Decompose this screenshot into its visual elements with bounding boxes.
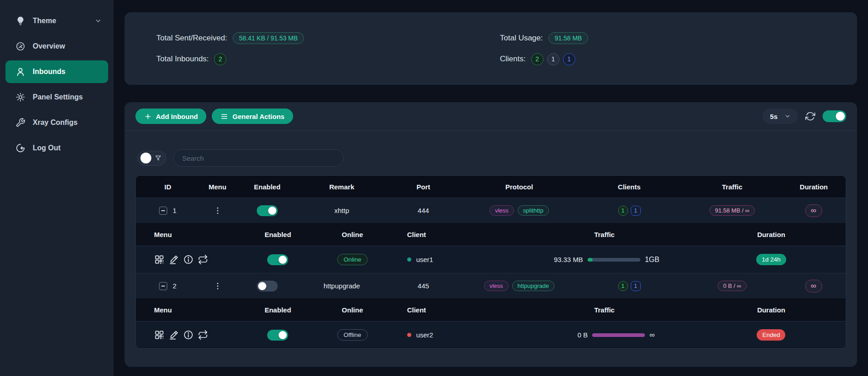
sidebar-item-label: Xray Configs — [33, 119, 78, 127]
client-name: user1 — [416, 256, 434, 263]
reset-traffic-icon[interactable] — [198, 254, 208, 265]
app-root: Theme Overview Inbounds Panel Settings — [0, 0, 868, 376]
row-menu-icon[interactable] — [213, 206, 222, 215]
stat-label: Clients: — [500, 54, 526, 64]
inbound-remark: xhttp — [299, 207, 384, 214]
stats-card: Total Sent/Received: 58.41 KB / 91.53 MB… — [125, 12, 857, 85]
sidebar-item-label: Inbounds — [33, 68, 65, 76]
col-header-id: ID — [136, 183, 200, 191]
col-header-online: Online — [320, 306, 384, 314]
plus-icon — [144, 113, 152, 120]
col-header-duration: Duration — [697, 306, 846, 314]
traffic-badge: 0 B / ∞ — [718, 281, 747, 291]
col-header-enabled: Enabled — [235, 183, 299, 191]
client-row: Online user1 93.33 MB 1GB 1d 24h — [136, 246, 846, 273]
gear-icon — [15, 92, 25, 102]
stat-label: Total Usage: — [500, 34, 543, 43]
search-row — [125, 131, 857, 175]
duration-badge: ∞ — [805, 204, 822, 217]
edit-icon[interactable] — [169, 254, 179, 265]
sidebar-item-overview[interactable]: Overview — [5, 35, 108, 58]
inbound-enabled-toggle[interactable] — [257, 205, 278, 216]
client-enabled-toggle[interactable] — [267, 330, 288, 341]
toolbar: Add Inbound General Actions 5s — [125, 102, 857, 130]
stat-value-badge: 58.41 KB / 91.53 MB — [233, 32, 304, 44]
online-status-badge: Online — [337, 254, 368, 265]
client-duration-badge: Ended — [757, 329, 785, 341]
logout-icon — [15, 143, 25, 153]
stat-label: Total Sent/Received: — [156, 34, 227, 43]
bulb-icon — [15, 16, 25, 26]
col-header-online: Online — [320, 231, 384, 238]
add-inbound-label: Add Inbound — [156, 113, 198, 120]
sidebar-item-inbounds[interactable]: Inbounds — [5, 60, 108, 83]
col-header-remark: Remark — [299, 183, 384, 191]
auto-refresh-toggle[interactable] — [823, 110, 846, 122]
traffic-badge: 91.58 MB / ∞ — [709, 205, 755, 216]
inbounds-count-badge: 2 — [214, 53, 226, 65]
client-name: user2 — [416, 331, 434, 339]
col-header-menu: Menu — [136, 231, 235, 238]
collapse-row-icon[interactable] — [159, 207, 167, 215]
edit-icon[interactable] — [169, 330, 179, 340]
col-header-client: Client — [384, 231, 512, 238]
inbound-port: 444 — [384, 207, 463, 214]
client-header-row: Menu Enabled Online Client Traffic Durat… — [136, 223, 846, 246]
col-header-enabled: Enabled — [235, 306, 320, 314]
refresh-interval-value: 5s — [770, 113, 778, 120]
filter-toggle[interactable] — [137, 151, 166, 166]
main-content: Total Sent/Received: 58.41 KB / 91.53 MB… — [114, 0, 868, 376]
sidebar: Theme Overview Inbounds Panel Settings — [0, 0, 114, 376]
user-icon — [15, 67, 25, 77]
traffic-used: 93.33 MB — [549, 256, 583, 263]
sidebar-item-label: Overview — [33, 42, 65, 50]
stat-total-inbounds: Total Inbounds: 2 — [156, 53, 482, 65]
qrcode-icon[interactable] — [154, 330, 165, 340]
row-menu-icon[interactable] — [213, 282, 222, 291]
sidebar-item-theme[interactable]: Theme — [5, 10, 108, 32]
traffic-progress-bar — [588, 258, 640, 262]
refresh-interval-select[interactable]: 5s — [763, 109, 798, 124]
refresh-icon[interactable] — [805, 111, 815, 121]
client-count-badge: 1 — [618, 206, 628, 216]
client-subtable: Menu Enabled Online Client Traffic Durat… — [136, 223, 846, 273]
col-header-duration: Duration — [782, 183, 846, 191]
client-enabled-toggle[interactable] — [267, 254, 288, 265]
sidebar-item-panel-settings[interactable]: Panel Settings — [5, 86, 108, 109]
col-header-menu: Menu — [200, 183, 235, 191]
add-inbound-button[interactable]: Add Inbound — [135, 109, 206, 124]
col-header-port: Port — [384, 183, 463, 191]
reset-traffic-icon[interactable] — [198, 330, 208, 340]
col-header-duration: Duration — [697, 231, 846, 238]
collapse-row-icon[interactable] — [159, 282, 167, 290]
qrcode-icon[interactable] — [154, 254, 165, 265]
col-header-enabled: Enabled — [235, 231, 320, 238]
sidebar-item-xray-configs[interactable]: Xray Configs — [5, 111, 108, 134]
col-header-protocol: Protocol — [463, 183, 576, 191]
search-input[interactable] — [173, 149, 344, 167]
sidebar-item-label: Log Out — [33, 144, 60, 152]
general-actions-label: General Actions — [232, 113, 284, 120]
client-count-badge: 1 — [618, 281, 628, 291]
inbound-port: 445 — [384, 282, 463, 290]
col-header-clients: Clients — [576, 183, 682, 191]
client-duration-badge: 1d 24h — [756, 254, 786, 265]
sidebar-item-log-out[interactable]: Log Out — [5, 137, 108, 159]
client-status-dot — [407, 333, 411, 337]
col-header-client: Client — [384, 306, 512, 314]
inbound-id: 1 — [173, 207, 176, 214]
inbound-enabled-toggle[interactable] — [257, 281, 278, 292]
col-header-traffic: Traffic — [512, 231, 697, 238]
general-actions-button[interactable]: General Actions — [212, 109, 293, 124]
info-icon[interactable] — [183, 254, 194, 265]
inbound-id: 2 — [173, 282, 176, 290]
info-icon[interactable] — [183, 330, 194, 340]
traffic-progress-bar — [592, 333, 645, 337]
stat-clients: Clients: 2 1 1 — [500, 53, 825, 65]
dashboard-icon — [15, 41, 25, 51]
client-subtable: Menu Enabled Online Client Traffic Durat… — [136, 298, 846, 348]
inbounds-card: Add Inbound General Actions 5s — [125, 102, 857, 367]
inbound-row: 2 httpupgrade 445 vless httpupgrade — [136, 273, 846, 298]
table-header-row: ID Menu Enabled Remark Port Protocol Cli… — [136, 176, 846, 198]
toggle-knob — [140, 153, 151, 163]
